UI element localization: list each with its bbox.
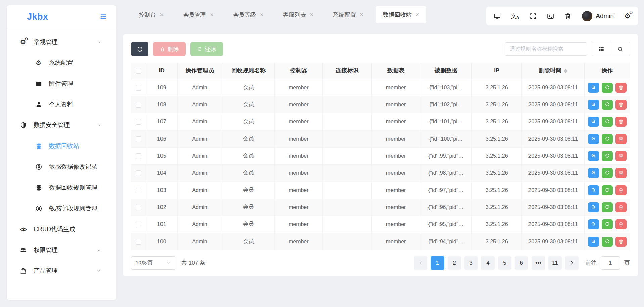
fullscreen-icon[interactable]	[530, 12, 537, 20]
tab-close-icon[interactable]: ✕	[260, 12, 264, 17]
restore-row-button[interactable]	[602, 185, 613, 195]
sidebar-item-产品管理[interactable]: 产品管理	[7, 260, 116, 281]
delete-row-button[interactable]	[615, 202, 627, 212]
page-button-4[interactable]: 4	[481, 256, 495, 270]
page-button-2[interactable]: 2	[448, 256, 461, 270]
restore-button[interactable]: 还原	[190, 42, 223, 56]
page-button-3[interactable]: 3	[464, 256, 478, 270]
delete-row-button[interactable]	[615, 83, 627, 93]
tab-会员管理[interactable]: 会员管理✕	[176, 6, 221, 23]
columns-button[interactable]	[592, 42, 611, 56]
row-checkbox[interactable]	[136, 136, 141, 142]
tab-数据回收站[interactable]: 数据回收站✕	[376, 6, 427, 23]
sidebar-item-个人资料[interactable]: 个人资料	[7, 94, 116, 115]
view-row-button[interactable]	[588, 185, 599, 195]
restore-row-button[interactable]	[602, 117, 613, 127]
sort-caret-icon[interactable]	[564, 69, 567, 73]
delete-row-button[interactable]	[615, 100, 627, 110]
restore-row-button[interactable]	[602, 100, 613, 110]
sidebar-item-数据回收规则管理[interactable]: 数据回收规则管理	[7, 177, 116, 198]
row-checkbox-cell	[131, 113, 146, 130]
sidebar-item-数据回收站[interactable]: 数据回收站	[7, 136, 116, 156]
goto-page-input[interactable]	[601, 256, 620, 270]
sidebar-item-数据安全管理[interactable]: 数据安全管理	[7, 115, 116, 136]
tab-close-icon[interactable]: ✕	[210, 12, 214, 17]
refresh-button[interactable]	[131, 42, 148, 56]
row-checkbox[interactable]	[136, 170, 141, 176]
sidebar-item-附件管理[interactable]: 附件管理	[7, 73, 116, 94]
cell-actions	[585, 79, 630, 96]
prev-page-button[interactable]	[414, 256, 427, 270]
monitor-icon[interactable]	[494, 12, 501, 20]
delete-row-button[interactable]	[615, 237, 627, 247]
view-row-button[interactable]	[588, 219, 599, 229]
view-row-button[interactable]	[588, 168, 599, 178]
delete-row-button[interactable]	[615, 151, 627, 161]
next-page-button[interactable]	[565, 256, 579, 270]
gears-icon: ⚙⚙	[20, 38, 30, 46]
column-header-连接标识: 连接标识	[323, 63, 372, 79]
page-button-1[interactable]: 1	[431, 256, 444, 270]
row-checkbox[interactable]	[136, 188, 141, 193]
row-checkbox[interactable]	[136, 102, 141, 108]
row-checkbox[interactable]	[136, 85, 141, 91]
delete-row-button[interactable]	[615, 134, 627, 144]
delete-row-button[interactable]	[615, 168, 627, 178]
view-row-button[interactable]	[588, 237, 599, 247]
column-header-删除时间[interactable]: 删除时间	[521, 63, 584, 79]
sidebar-item-敏感数据修改记录[interactable]: 敏感数据修改记录	[7, 156, 116, 177]
restore-row-button[interactable]	[602, 83, 613, 93]
tab-客服列表[interactable]: 客服列表✕	[276, 6, 321, 23]
code-icon: </>	[20, 226, 30, 232]
row-checkbox[interactable]	[136, 205, 141, 210]
search-button[interactable]	[611, 42, 630, 56]
tab-close-icon[interactable]: ✕	[415, 12, 419, 17]
fold-icon[interactable]	[99, 13, 107, 21]
page-size-select[interactable]: 10条/页	[131, 256, 175, 270]
restore-row-button[interactable]	[602, 219, 613, 229]
view-row-button[interactable]	[588, 134, 599, 144]
tab-会员等级[interactable]: 会员等级✕	[226, 6, 271, 23]
view-row-button[interactable]	[588, 117, 599, 127]
pager-ellipsis[interactable]: •••	[532, 256, 545, 270]
restore-row-button[interactable]	[602, 168, 613, 178]
sidebar-item-label: 数据回收站	[49, 142, 79, 150]
tab-系统配置[interactable]: 系统配置✕	[326, 6, 371, 23]
row-checkbox[interactable]	[136, 239, 141, 245]
restore-row-button[interactable]	[602, 151, 613, 161]
sidebar-item-系统配置[interactable]: ⚙系统配置	[7, 52, 116, 73]
tab-控制台[interactable]: 控制台✕	[132, 6, 171, 23]
search-input[interactable]	[505, 42, 587, 56]
view-row-button[interactable]	[588, 83, 599, 93]
row-checkbox[interactable]	[136, 222, 141, 227]
delete-row-button[interactable]	[615, 117, 627, 127]
sidebar-item-敏感字段规则管理[interactable]: 敏感字段规则管理	[7, 198, 116, 219]
sidebar-item-CRUD代码生成[interactable]: </>CRUD代码生成	[7, 219, 116, 240]
restore-row-button[interactable]	[602, 202, 613, 212]
row-checkbox[interactable]	[136, 119, 141, 125]
page-button-6[interactable]: 6	[515, 256, 528, 270]
terminal-icon[interactable]	[547, 12, 554, 20]
page-button-5[interactable]: 5	[498, 256, 511, 270]
tab-close-icon[interactable]: ✕	[310, 12, 314, 17]
restore-row-button[interactable]	[602, 237, 613, 247]
delete-row-button[interactable]	[615, 219, 627, 229]
trash-icon[interactable]	[564, 12, 571, 20]
row-checkbox[interactable]	[136, 153, 141, 159]
translate-icon[interactable]: 文A	[511, 12, 519, 20]
page-button-11[interactable]: 11	[548, 256, 562, 270]
view-row-button[interactable]	[588, 151, 599, 161]
restore-row-button[interactable]	[602, 134, 613, 144]
settings-gears-icon[interactable]: ⚙⚙	[624, 12, 631, 20]
delete-row-button[interactable]	[615, 185, 627, 195]
sidebar-item-权限管理[interactable]: 权限管理	[7, 240, 116, 260]
sidebar-item-常规管理[interactable]: ⚙⚙常规管理	[7, 32, 116, 52]
view-row-button[interactable]	[588, 100, 599, 110]
delete-button[interactable]: 删除	[153, 42, 186, 56]
tab-close-icon[interactable]: ✕	[160, 12, 164, 17]
user-menu[interactable]: Admin	[582, 11, 614, 21]
view-row-button[interactable]	[588, 202, 599, 212]
cell-ip: 3.25.1.26	[472, 96, 522, 113]
select-all-checkbox[interactable]	[136, 68, 141, 74]
tab-close-icon[interactable]: ✕	[360, 12, 364, 17]
